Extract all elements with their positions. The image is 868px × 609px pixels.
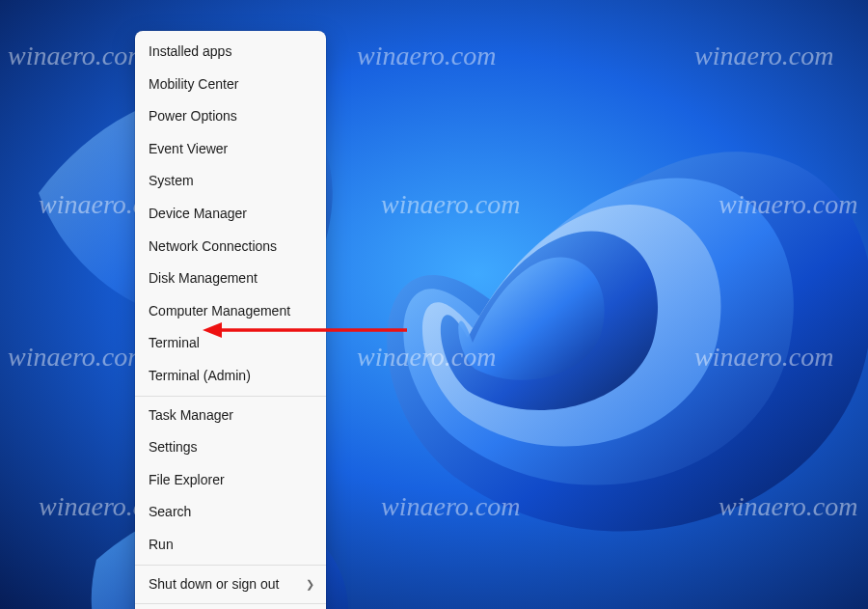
menu-item-task-manager[interactable]: Task Manager [135,400,326,432]
menu-item-settings[interactable]: Settings [135,431,326,464]
menu-item-label: File Explorer [149,471,225,490]
menu-item-label: Settings [149,438,198,457]
menu-separator [135,603,326,604]
menu-item-disk-management[interactable]: Disk Management [135,263,326,295]
menu-item-label: Installed apps [149,42,231,62]
menu-item-label: Device Manager [149,205,247,224]
menu-item-label: Mobility Center [149,75,238,95]
menu-item-computer-management[interactable]: Computer Management [135,295,326,328]
menu-item-label: Terminal [149,334,200,353]
menu-item-label: Search [149,503,191,522]
menu-item-label: Event Viewer [149,140,228,159]
menu-separator [135,565,326,566]
menu-item-installed-apps[interactable]: Installed apps [135,36,326,69]
menu-item-label: Run [149,536,174,555]
menu-item-label: Terminal (Admin) [149,367,251,386]
menu-item-label: Shut down or sign out [149,575,279,595]
menu-item-event-viewer[interactable]: Event Viewer [135,133,326,166]
menu-item-search[interactable]: Search [135,496,326,529]
menu-item-network-connections[interactable]: Network Connections [135,231,326,263]
menu-item-power-options[interactable]: Power Options [135,100,326,133]
menu-item-terminal-admin[interactable]: Terminal (Admin) [135,360,326,393]
menu-item-system[interactable]: System [135,165,326,198]
menu-item-mobility-center[interactable]: Mobility Center [135,69,326,101]
menu-item-run[interactable]: Run [135,529,326,562]
menu-item-label: Task Manager [149,406,233,426]
menu-item-device-manager[interactable]: Device Manager [135,198,326,231]
desktop-wallpaper [0,0,868,609]
menu-item-file-explorer[interactable]: File Explorer [135,464,326,497]
menu-item-label: Power Options [149,107,237,126]
menu-item-label: Network Connections [149,237,277,257]
menu-separator [135,396,326,397]
menu-item-label: Computer Management [149,302,290,321]
menu-item-label: Disk Management [149,269,258,289]
winx-context-menu: Installed apps Mobility Center Power Opt… [135,31,326,609]
chevron-right-icon: ❯ [306,577,314,592]
menu-item-shut-down-or-sign-out[interactable]: Shut down or sign out ❯ [135,568,326,601]
menu-item-label: System [149,172,194,191]
menu-item-terminal[interactable]: Terminal [135,327,326,360]
